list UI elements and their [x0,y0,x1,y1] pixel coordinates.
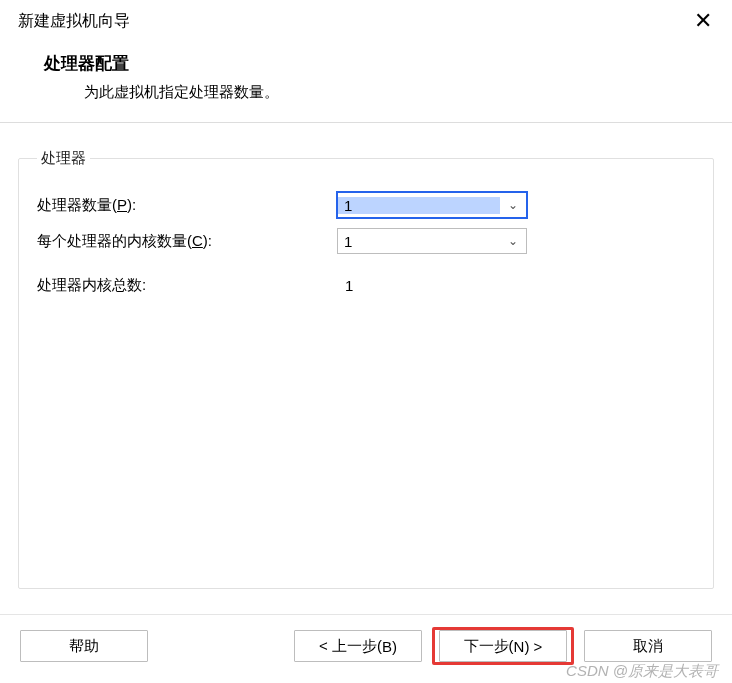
processor-group: 处理器 处理器数量(P): 1 ⌄ 每个处理器的内核数量(C): 1 ⌄ [18,149,714,589]
proc-count-combo[interactable]: 1 ⌄ [337,192,527,218]
next-highlight-box: 下一步(N) > [432,627,574,665]
cancel-button[interactable]: 取消 [584,630,712,662]
chevron-down-icon: ⌄ [500,198,526,212]
row-proc-count: 处理器数量(P): 1 ⌄ [37,192,695,218]
proc-count-label: 处理器数量(P): [37,196,337,215]
window-title: 新建虚拟机向导 [18,11,130,32]
proc-count-value: 1 [338,197,500,214]
back-button[interactable]: < 上一步(B) [294,630,422,662]
content-area: 处理器 处理器数量(P): 1 ⌄ 每个处理器的内核数量(C): 1 ⌄ [0,123,732,599]
button-bar: 帮助 < 上一步(B) 下一步(N) > 取消 [0,614,732,683]
close-icon[interactable]: ✕ [686,6,720,36]
cores-per-proc-combo[interactable]: 1 ⌄ [337,228,527,254]
group-legend: 处理器 [37,149,90,168]
row-total-cores: 处理器内核总数: 1 [37,276,695,295]
cores-per-proc-value: 1 [338,233,500,250]
wizard-window: 新建虚拟机向导 ✕ 处理器配置 为此虚拟机指定处理器数量。 处理器 处理器数量(… [0,0,732,683]
row-cores-per-proc: 每个处理器的内核数量(C): 1 ⌄ [37,228,695,254]
help-button[interactable]: 帮助 [20,630,148,662]
header-block: 处理器配置 为此虚拟机指定处理器数量。 [0,42,732,123]
cores-per-proc-label: 每个处理器的内核数量(C): [37,232,337,251]
chevron-down-icon: ⌄ [500,234,526,248]
next-button[interactable]: 下一步(N) > [439,630,567,662]
total-cores-label: 处理器内核总数: [37,276,337,295]
titlebar: 新建虚拟机向导 ✕ [0,0,732,42]
total-cores-value: 1 [337,277,353,294]
header-title: 处理器配置 [44,52,712,75]
header-subtitle: 为此虚拟机指定处理器数量。 [84,83,712,102]
